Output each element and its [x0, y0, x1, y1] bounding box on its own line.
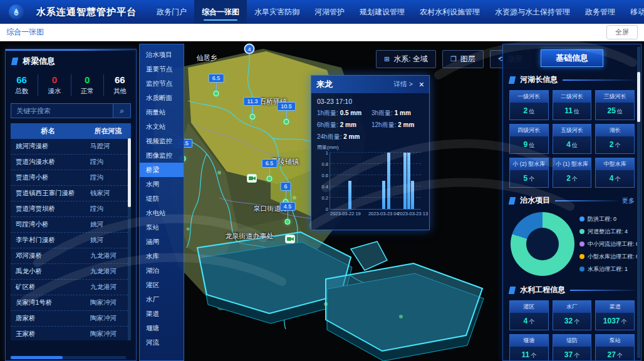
- card-value: 4个: [510, 317, 548, 326]
- layer-item-10[interactable]: 堤防: [140, 191, 184, 206]
- marker-dot: [250, 114, 256, 119]
- table-row[interactable]: 唐家桥陶家冲河: [11, 311, 131, 327]
- layer-item-5[interactable]: 水文站: [140, 119, 184, 134]
- more-link[interactable]: 更多: [622, 196, 635, 205]
- layer-item-4[interactable]: 雨量站: [140, 105, 184, 119]
- nav-item-6[interactable]: 水资源与水土保持管理: [487, 0, 578, 24]
- y-tick-label: 0.8: [322, 161, 328, 167]
- marker-dot: [267, 176, 273, 181]
- nav-item-8[interactable]: 移动工作管理: [623, 0, 644, 24]
- cluster-marker[interactable]: 4: [244, 44, 255, 54]
- legend-label: 河道整治工程: 4: [588, 228, 628, 236]
- station-marker-2[interactable]: 10.5: [286, 104, 287, 125]
- search-button[interactable]: ⌕: [113, 103, 131, 118]
- table-row[interactable]: 邓河漫桥九龙港河: [11, 248, 131, 264]
- marker-stem: [286, 191, 286, 200]
- layer-item-1[interactable]: 重要节点: [140, 62, 184, 76]
- layer-item-20[interactable]: 河流: [140, 335, 184, 350]
- layer-item-6[interactable]: 视频监控: [140, 134, 184, 148]
- legend-label: 小型水库治理工程: 0: [588, 253, 639, 261]
- map-control-label: 图层: [460, 54, 475, 64]
- station-marker-1[interactable]: 11.3: [252, 99, 253, 119]
- bridge-name-cell: 王家桥: [11, 327, 85, 340]
- basic-info-button[interactable]: 基础信息: [541, 49, 603, 67]
- y-tick-label: 0.6: [322, 173, 328, 178]
- table-row[interactable]: 王家桥陶家冲河: [11, 327, 131, 340]
- bridge-name-cell: 禹龙小桥: [11, 264, 85, 279]
- station-marker-0[interactable]: 6.5: [216, 76, 217, 96]
- card-unit: 个: [531, 352, 536, 358]
- metric-label: 1h雨量:: [317, 109, 340, 116]
- legend-item-0: 防洪工程: 0: [579, 215, 639, 223]
- nav-item-7[interactable]: 政务管理: [578, 0, 623, 24]
- rain-metric-2: 6h雨量: 2 mm: [317, 121, 369, 130]
- section-marker-icon: [509, 76, 516, 84]
- layer-item-17[interactable]: 水厂: [140, 292, 184, 307]
- table-row[interactable]: 贾道湾小桥蹚沟: [11, 170, 131, 186]
- layer-item-13[interactable]: 涵闸: [140, 235, 184, 249]
- rain-bar-5: [411, 181, 414, 209]
- fullscreen-button[interactable]: 全屏: [606, 25, 638, 39]
- layer-item-19[interactable]: 堰塘: [140, 321, 184, 335]
- layer-item-15[interactable]: 湖泊: [140, 263, 184, 278]
- station-marker-4[interactable]: 6.5: [269, 161, 270, 181]
- nav-item-4[interactable]: 规划建设管理: [352, 0, 412, 24]
- layer-item-16[interactable]: 灌区: [140, 278, 184, 292]
- card-unit: 个: [617, 352, 623, 358]
- table-row[interactable]: 贾道湾贾坝桥蹚沟: [11, 201, 131, 217]
- panel-scrollbar[interactable]: [637, 47, 640, 358]
- nav-item-2[interactable]: 水旱灾害防御: [247, 0, 307, 24]
- bridge-table[interactable]: 桥名所在河流 姚河湾漫桥马蹬河贾道沟漫水桥蹚沟贾道湾小桥蹚沟贾道镇西王寨门漫桥钱…: [11, 123, 131, 340]
- top-navbar: 水系连通智慧管护平台 政务门户综合一张图水旱灾害防御河湖管护规划建设管理农村水利…: [0, 0, 644, 24]
- nav-item-1[interactable]: 综合一张图: [194, 0, 247, 24]
- breadcrumb[interactable]: 综合一张图: [6, 27, 44, 38]
- table-row[interactable]: 矿区桥九龙港河: [11, 280, 131, 295]
- table-row[interactable]: 禹龙小桥九龙港河: [11, 264, 131, 280]
- search-input[interactable]: [11, 103, 113, 118]
- map-control-1[interactable]: ❐图层: [442, 50, 484, 68]
- table-row[interactable]: 吴家湾1号桥陶家冲河: [11, 295, 131, 311]
- layer-item-0[interactable]: 治水项目: [140, 48, 184, 62]
- layer-item-9[interactable]: 水闸: [140, 177, 184, 191]
- table-row[interactable]: 李学村门漫桥姚河: [11, 233, 131, 248]
- layer-item-12[interactable]: 泵站: [140, 220, 184, 235]
- legend-label: 中小河流治理工程: 0: [588, 240, 639, 248]
- table-row[interactable]: 司蹚湾小桥姚河: [11, 217, 131, 233]
- vertical-scrollbar[interactable]: [128, 138, 131, 340]
- card-label: 二级河长: [553, 91, 591, 103]
- station-marker-6[interactable]: 4.5: [287, 205, 288, 225]
- rain-bar-0: [348, 181, 351, 209]
- camera-icon[interactable]: [247, 174, 257, 183]
- rain-metric-4: 24h雨量: 2 mm: [317, 133, 423, 141]
- water-system-icon: ⊞: [384, 55, 390, 63]
- table-row[interactable]: 贾道镇西王寨门漫桥钱家河: [11, 186, 131, 201]
- layer-item-2[interactable]: 监控节点: [140, 76, 184, 91]
- river-name-cell: 蹚沟: [85, 170, 131, 185]
- marker-value-tag: 11.3: [244, 97, 262, 106]
- nav-item-0[interactable]: 政务门户: [149, 0, 194, 24]
- close-icon[interactable]: ×: [419, 80, 424, 89]
- layer-item-7[interactable]: 图像监控: [140, 148, 184, 163]
- layer-item-14[interactable]: 水库: [140, 249, 184, 263]
- layer-item-18[interactable]: 渠道: [140, 307, 184, 321]
- bridge-name-cell: 贾道湾贾坝桥: [11, 201, 85, 216]
- nav-item-5[interactable]: 农村水利设施管理: [412, 0, 487, 24]
- metric-value: 2 mm: [398, 121, 414, 128]
- layer-item-11[interactable]: 水电站: [140, 206, 184, 220]
- card-label: 堰塘: [510, 335, 548, 347]
- nav-item-3[interactable]: 河湖管护: [307, 0, 352, 24]
- layer-item-8[interactable]: 桥梁: [140, 163, 184, 177]
- card-label: 小 (1) 型水库: [553, 158, 591, 170]
- horizontal-scrollbar[interactable]: [11, 356, 126, 359]
- table-row[interactable]: 姚河湾漫桥马蹬河: [11, 139, 131, 155]
- card-unit: 个: [529, 176, 534, 182]
- metric-label: 3h雨量:: [371, 109, 395, 116]
- rain-bar-2: [387, 153, 390, 209]
- camera-icon[interactable]: [285, 235, 295, 243]
- table-row[interactable]: 贾道沟漫水桥蹚沟: [11, 155, 131, 170]
- layer-item-3[interactable]: 水质断面: [140, 91, 184, 105]
- legend-item-4: 水系治理工程: 1: [579, 265, 639, 273]
- map-control-0[interactable]: ⊞水系: 全域: [376, 50, 436, 68]
- rain-metric-1: 3h雨量: 1 mm: [371, 109, 423, 118]
- popup-detail-link[interactable]: 详情 >: [394, 80, 413, 89]
